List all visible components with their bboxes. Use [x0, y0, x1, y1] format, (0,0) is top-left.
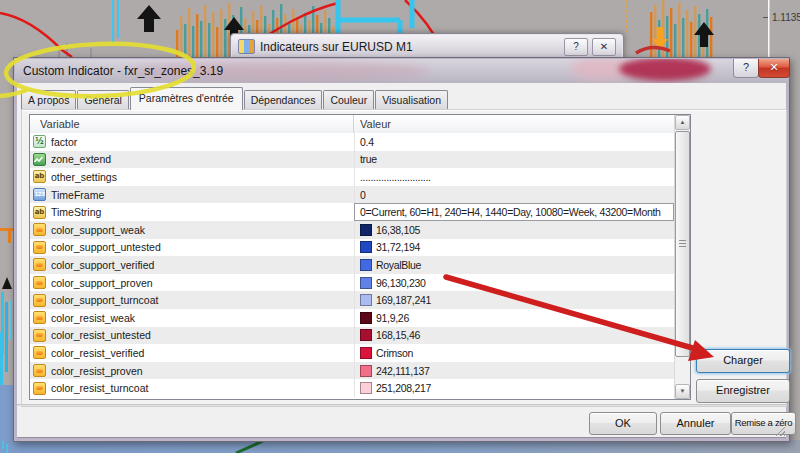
glass-reflection [619, 59, 711, 81]
value-cell[interactable]: 242,111,137 [354, 362, 674, 380]
variable-name: color_support_turncoat [51, 294, 158, 306]
up-arrow-icon [2, 277, 12, 289]
scroll-up-icon[interactable]: ▲ [675, 115, 690, 130]
value-cell[interactable]: Crimson [354, 344, 674, 362]
table-row[interactable]: color_resist_proven242,111,137 [30, 362, 674, 380]
scroll-down-icon[interactable]: ▼ [675, 384, 690, 399]
variable-cell: color_support_verified [30, 258, 354, 271]
value-cell[interactable]: 91,9,26 [354, 309, 674, 327]
table-row[interactable]: color_support_untested31,72,194 [30, 239, 674, 257]
color-swatch [360, 347, 372, 359]
table-row[interactable]: color_support_proven96,130,230 [30, 274, 674, 292]
value-cell[interactable]: 0=Current, 60=H1, 240=H4, 1440=Day, 1008… [354, 203, 674, 221]
variable-cell: color_resist_weak [30, 311, 354, 324]
color-icon [33, 329, 46, 342]
price-tick [763, 17, 768, 18]
indicators-window-titlebar[interactable]: Indicateurs sur EURUSD M1 ? ✕ [232, 35, 622, 58]
help-icon[interactable]: ? [733, 59, 759, 78]
help-icon[interactable]: ? [564, 38, 588, 56]
tab-couleur[interactable]: Couleur [323, 90, 374, 110]
color-icon [33, 382, 46, 395]
cancel-button[interactable]: Annuler [660, 412, 731, 435]
value-cell[interactable]: 0 [354, 186, 674, 204]
scrollbar-grip [679, 240, 686, 247]
value-cell[interactable]: 0.4 [354, 133, 674, 151]
variable-cell: abother_settings [30, 170, 354, 183]
value-cell[interactable]: 168,15,46 [354, 327, 674, 345]
table-row[interactable]: color_resist_turncoat251,208,217 [30, 379, 674, 397]
double-icon: ½ [33, 135, 46, 148]
vertical-scrollbar[interactable]: ▲ ▼ [674, 115, 690, 399]
value-cell[interactable]: 31,72,194 [354, 239, 674, 257]
value-text: RoyalBlue [376, 259, 421, 271]
value-cell[interactable]: RoyalBlue [354, 256, 674, 274]
color-swatch [360, 259, 372, 271]
param-table-body: ½factor0.4zone_extendtrueabother_setting… [30, 133, 674, 399]
value-text: 0=Current, 60=H1, 240=H4, 1440=Day, 1008… [360, 206, 661, 218]
tab-general[interactable]: Général [77, 90, 128, 110]
value-cell[interactable]: ........................... [354, 168, 674, 186]
value-cell[interactable]: 251,208,217 [354, 379, 674, 397]
string-icon: ab [33, 206, 46, 219]
color-swatch [360, 329, 372, 341]
resize-grip[interactable] [775, 426, 785, 436]
value-text: 0.4 [360, 136, 374, 148]
table-row[interactable]: color_resist_weak91,9,26 [30, 309, 674, 327]
separator [17, 405, 786, 406]
table-row[interactable]: color_support_verifiedRoyalBlue [30, 256, 674, 274]
scrollbar-thumb[interactable] [675, 131, 690, 357]
value-cell[interactable]: 96,130,230 [354, 274, 674, 292]
value-text: 251,208,217 [376, 382, 431, 394]
variable-name: color_support_verified [51, 259, 154, 271]
value-text: 16,38,105 [376, 224, 420, 236]
column-header-variable[interactable]: Variable [30, 115, 354, 133]
tab-parametres-entree[interactable]: Paramètres d'entrée [130, 87, 243, 110]
load-button[interactable]: Charger [696, 349, 790, 373]
value-cell[interactable]: 169,187,241 [354, 291, 674, 309]
color-icon [33, 223, 46, 236]
variable-cell: abTimeString [30, 206, 354, 219]
table-header: Variable Valeur [30, 115, 674, 134]
variable-name: color_resist_verified [51, 347, 144, 359]
table-row[interactable]: ½factor0.4 [30, 133, 674, 151]
bool-icon [33, 153, 46, 166]
tab-a-propos[interactable]: A propos [21, 90, 76, 110]
color-icon [33, 364, 46, 377]
color-icon [33, 346, 46, 359]
column-header-valeur[interactable]: Valeur [354, 115, 674, 133]
value-cell[interactable]: true [354, 151, 674, 169]
variable-cell: zone_extend [30, 153, 354, 166]
value-text: true [360, 153, 377, 165]
string-icon: ab [33, 170, 46, 183]
table-row[interactable]: abTimeString0=Current, 60=H1, 240=H4, 14… [30, 203, 674, 221]
value-cell[interactable]: 16,38,105 [354, 221, 674, 239]
close-icon[interactable]: ✕ [758, 59, 790, 78]
dialog-client-area: A proposGénéralParamètres d'entréeDépend… [17, 83, 786, 437]
table-row[interactable]: 123TimeFrame0 [30, 186, 674, 204]
variable-cell: color_resist_proven [30, 364, 354, 377]
table-row[interactable]: color_support_weak16,38,105 [30, 221, 674, 239]
close-icon[interactable]: ✕ [592, 38, 616, 56]
variable-name: factor [51, 136, 77, 148]
save-button[interactable]: Enregistrer [696, 379, 790, 403]
table-row[interactable]: abother_settings........................… [30, 168, 674, 186]
variable-name: other_settings [51, 171, 117, 183]
variable-cell: color_resist_untested [30, 329, 354, 342]
table-row[interactable]: color_resist_verifiedCrimson [30, 344, 674, 362]
table-row[interactable]: color_resist_untested168,15,46 [30, 327, 674, 345]
color-swatch [360, 382, 372, 394]
tab-dependances[interactable]: Dépendances [244, 90, 323, 110]
price-label: 1.1135 [772, 12, 800, 23]
variable-name: color_support_weak [51, 224, 145, 236]
table-row[interactable]: color_support_turncoat169,187,241 [30, 291, 674, 309]
ok-button[interactable]: OK [589, 412, 657, 435]
color-swatch [360, 224, 372, 236]
variable-name: TimeFrame [51, 189, 104, 201]
reset-button[interactable]: Remise a zéro [731, 412, 796, 435]
table-row[interactable]: zone_extendtrue [30, 151, 674, 169]
color-icon [33, 294, 46, 307]
tab-visualisation[interactable]: Visualisation [375, 90, 448, 110]
variable-cell: color_resist_verified [30, 346, 354, 359]
dialog-titlebar[interactable]: Custom Indicator - fxr_sr_zones_3.19 [15, 59, 788, 83]
variable-name: zone_extend [51, 153, 111, 165]
